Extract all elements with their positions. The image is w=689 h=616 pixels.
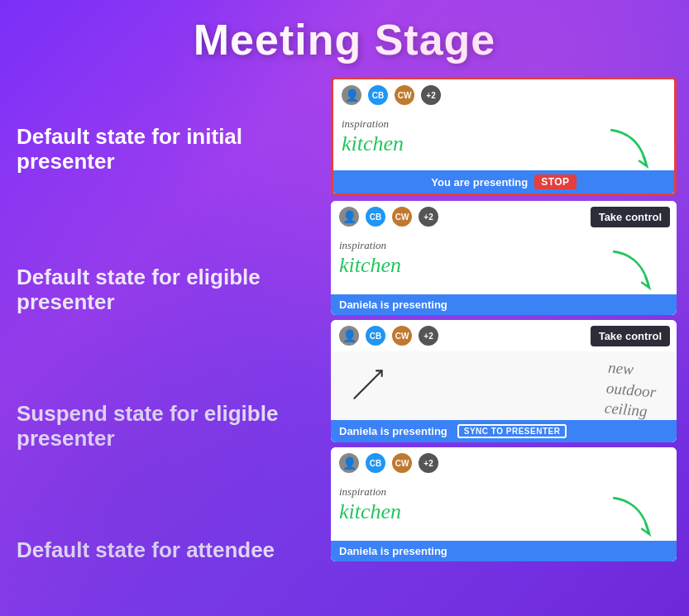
labels-column: Default state for initial presenter Defa… <box>17 77 323 606</box>
card-2-header: CB CW +2 Take control <box>331 201 677 232</box>
avatar-cw-2: CW <box>390 205 414 228</box>
suspend-handwritten-text: newoutdoorceiling <box>604 358 658 423</box>
stop-button-1[interactable]: STOP <box>534 174 576 189</box>
label-2: Default state for eligible presenter <box>17 222 323 358</box>
card-2-status: Daniela is presenting <box>331 294 677 315</box>
avatar-cb-2: CB <box>364 205 387 228</box>
avatar-cw-4: CW <box>390 451 414 475</box>
sync-to-presenter-button[interactable]: SYNC TO PRESENTER <box>457 424 567 438</box>
avatar-cw-3: CW <box>390 324 414 347</box>
card-3-status: Daniela is presenting SYNC TO PRESENTER <box>331 420 677 442</box>
presenting-text-4: Daniela is presenting <box>339 545 447 557</box>
avatar-plus-2: +2 <box>417 205 440 228</box>
wb-arrow-2 <box>602 241 660 302</box>
card-1-header: CB CW +2 <box>333 79 674 111</box>
take-control-button-2[interactable]: Take control <box>591 207 670 227</box>
presenting-text-3: Daniela is presenting <box>339 425 447 437</box>
avatar-person-1 <box>340 84 363 107</box>
stage-card-2: CB CW +2 Take control inspiration kitche… <box>331 201 677 315</box>
suspend-arrow-3 <box>347 364 389 408</box>
content-area: Default state for initial presenter Defa… <box>0 73 689 606</box>
stages-column: CB CW +2 inspiration kitchen You are pre… <box>331 77 677 606</box>
avatar-cb-1: CB <box>366 84 390 107</box>
card-3-body: newoutdoorceiling Daniela is presenting … <box>331 351 677 442</box>
card-3-header: CB CW +2 Take control <box>331 320 677 351</box>
avatar-cw-1: CW <box>393 84 416 107</box>
card-4-header: CB CW +2 <box>331 447 677 479</box>
stage-card-3: CB CW +2 Take control newoutdoorceiling <box>331 320 677 442</box>
avatar-person-2 <box>337 205 361 228</box>
avatar-cb-3: CB <box>364 324 387 347</box>
card-2-body: inspiration kitchen Daniela is presentin… <box>331 232 677 315</box>
presenting-text-2: Daniela is presenting <box>339 298 447 311</box>
label-3: Suspend state for eligible presenter <box>17 358 323 494</box>
stage-card-4: CB CW +2 inspiration kitchen Daniela is … <box>331 447 677 561</box>
label-4: Default state for attendee <box>17 494 323 606</box>
card-1-body: inspiration kitchen You are presenting S… <box>333 111 674 193</box>
wb-arrow-4 <box>602 487 660 548</box>
page-title: Meeting Stage <box>0 0 689 73</box>
svg-line-0 <box>354 370 381 398</box>
take-control-button-3[interactable]: Take control <box>591 326 670 346</box>
card-4-body: inspiration kitchen Daniela is presentin… <box>331 479 677 561</box>
avatar-plus-3: +2 <box>417 324 440 347</box>
card-1-status: You are presenting STOP <box>333 170 674 193</box>
label-1: Default state for initial presenter <box>17 77 323 222</box>
card-4-status: Daniela is presenting <box>331 541 677 561</box>
avatar-plus-1: +2 <box>419 84 443 107</box>
stage-card-1: CB CW +2 inspiration kitchen You are pre… <box>331 77 677 196</box>
you-presenting-text: You are presenting <box>431 176 528 189</box>
avatar-plus-4: +2 <box>417 451 440 475</box>
avatar-person-4 <box>337 451 361 475</box>
avatar-cb-4: CB <box>364 451 387 475</box>
avatar-person-3 <box>337 324 361 347</box>
